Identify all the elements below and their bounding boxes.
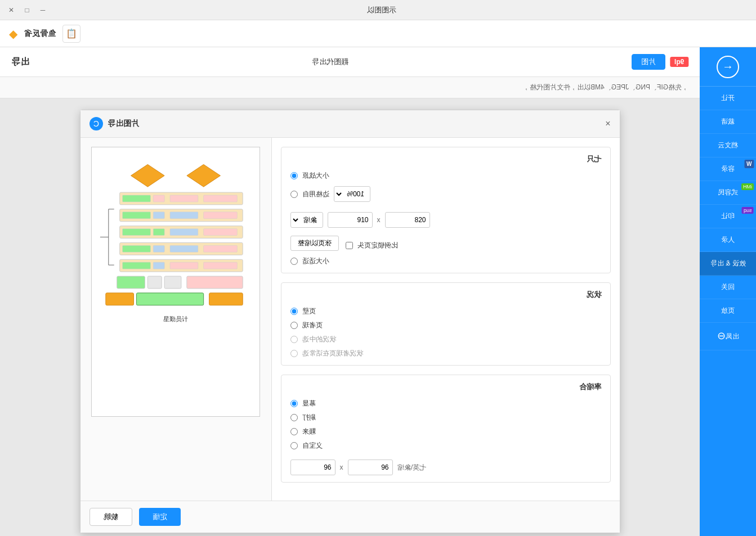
dpi-retina-option[interactable]: 颗来 bbox=[290, 427, 316, 436]
main-layout: 出导 颧图代出导 片图 9ql ，先格GIF、PNG、JPEG、4MB以出，件文… bbox=[0, 47, 756, 536]
print-badge: suq bbox=[742, 207, 754, 214]
svg-rect-6 bbox=[123, 195, 151, 202]
message-button[interactable]: 📋 bbox=[62, 25, 80, 43]
page-current-option[interactable]: 页者现 bbox=[290, 321, 601, 330]
export-title: 出导 bbox=[11, 56, 29, 68]
fit-page-button[interactable]: 张页以缩整 bbox=[290, 236, 339, 251]
zoom-dropdown[interactable]: 100% bbox=[334, 186, 370, 202]
sidebar-item-embed[interactable]: 人录 bbox=[700, 228, 756, 252]
confirm-button[interactable]: 定缅 bbox=[139, 508, 181, 526]
window-controls[interactable]: ✕ □ ─ bbox=[7, 6, 47, 15]
svg-rect-10 bbox=[153, 212, 164, 219]
svg-rect-15 bbox=[153, 229, 164, 236]
word-icon: W bbox=[744, 160, 754, 168]
refresh-button[interactable]: C bbox=[90, 117, 103, 130]
maximize-button[interactable]: □ bbox=[23, 6, 32, 15]
size-section-title: 七只 bbox=[290, 154, 601, 164]
svg-rect-9 bbox=[170, 212, 198, 219]
tab-pdf-badge[interactable]: 9ql bbox=[670, 57, 688, 67]
size-inputs: 象缩 x bbox=[290, 212, 601, 228]
dialog-body: 星勤员计 七只 小大 bbox=[80, 138, 620, 501]
svg-marker-1 bbox=[131, 164, 165, 187]
dpi-section: 率缩合 幕显 刷打 bbox=[281, 375, 611, 483]
close-button[interactable]: ✕ bbox=[7, 6, 16, 15]
lock-ratio-option[interactable]: 比例锁定页头 bbox=[346, 241, 398, 250]
sidebar-item-feedback[interactable]: 回关 bbox=[700, 276, 756, 299]
dpi-width-input[interactable] bbox=[290, 460, 335, 475]
dpi-screen-option[interactable]: 幕显 bbox=[290, 399, 601, 408]
svg-rect-23 bbox=[204, 262, 238, 269]
svg-rect-4 bbox=[170, 195, 198, 202]
svg-rect-29 bbox=[147, 276, 162, 289]
app-header: ◆ 鱼骨反省 📋 bbox=[0, 20, 756, 47]
window-title: 示图图以 bbox=[47, 5, 715, 15]
svg-rect-30 bbox=[117, 276, 145, 289]
svg-rect-8 bbox=[204, 212, 238, 219]
sidebar-item-exit[interactable]: ⊖ 出凤 bbox=[700, 323, 756, 350]
sidebar-item-cloud[interactable]: 档文云 bbox=[700, 134, 756, 157]
message-icon: 📋 bbox=[66, 28, 77, 39]
scale-select[interactable]: 象缩 bbox=[290, 212, 323, 228]
dpi-height-input[interactable] bbox=[348, 460, 393, 475]
page-section-title: 状况 bbox=[290, 290, 601, 300]
svg-rect-21 bbox=[123, 245, 151, 252]
svg-rect-20 bbox=[153, 245, 164, 252]
svg-rect-11 bbox=[123, 212, 151, 219]
next-arrow-icon: → bbox=[717, 56, 739, 78]
mindmap-badge: iMH bbox=[741, 183, 754, 190]
page-section: 状况 页壁 页者现 bbox=[281, 282, 611, 366]
app-logo-icon: ◆ bbox=[9, 27, 17, 40]
sidebar-item-print[interactable]: suq 印让 bbox=[700, 205, 756, 228]
close-icon[interactable]: × bbox=[605, 119, 610, 129]
svg-rect-19 bbox=[170, 245, 198, 252]
preview-area: 星勤员计 bbox=[80, 138, 272, 501]
diagram-preview-svg: 星勤员计 bbox=[92, 147, 260, 416]
minimize-button[interactable]: ─ bbox=[38, 6, 47, 15]
settings-area: 七只 小大战原 bbox=[272, 138, 620, 501]
width-input[interactable] bbox=[328, 212, 373, 228]
export-subtitle: 颧图代出导 bbox=[312, 57, 348, 67]
svg-rect-26 bbox=[123, 262, 151, 269]
sidebar-item-pages[interactable]: 页放 bbox=[700, 299, 756, 323]
sidebar-item-export[interactable]: 效设 & 出导 bbox=[700, 252, 756, 276]
sidebar-item-open[interactable]: 开让 bbox=[700, 87, 756, 110]
sidebar-item-mindmap[interactable]: iMH 式容民 bbox=[700, 181, 756, 205]
sidebar-top-button[interactable]: → bbox=[700, 47, 756, 87]
svg-rect-28 bbox=[164, 276, 181, 289]
actual-size-option[interactable]: 小大战原 bbox=[290, 171, 601, 181]
export-header: 出导 颧图代出导 片图 9ql bbox=[0, 47, 700, 77]
export-description: ，先格GIF、PNG、JPEG、4MB以出，件文片图代格， bbox=[0, 77, 700, 98]
export-dialog: 片图出导 C × bbox=[80, 110, 620, 533]
svg-text:星勤员计: 星勤员计 bbox=[163, 316, 188, 322]
dpi-print-option[interactable]: 刷打 bbox=[290, 413, 601, 422]
sidebar-item-word[interactable]: W 容录 bbox=[700, 157, 756, 181]
svg-rect-32 bbox=[136, 293, 203, 305]
svg-rect-33 bbox=[106, 293, 134, 305]
svg-rect-3 bbox=[204, 195, 238, 202]
tab-image[interactable]: 片图 bbox=[632, 54, 665, 70]
svg-rect-31 bbox=[209, 293, 243, 305]
sidebar-item-download[interactable]: 裁请 bbox=[700, 110, 756, 134]
custom-size-option[interactable]: 边格用自 bbox=[290, 190, 329, 199]
right-sidebar: → 开让 裁请 档文云 W 容录 iMH 式容民 suq 印让 人录 效设 & … bbox=[700, 47, 756, 536]
svg-rect-5 bbox=[153, 195, 164, 202]
svg-rect-14 bbox=[170, 229, 198, 236]
cancel-button[interactable]: 貌眺 bbox=[90, 508, 132, 526]
page-all-option[interactable]: 页壁 bbox=[290, 307, 601, 316]
titlebar: ✕ □ ─ 示图图以 bbox=[0, 0, 756, 20]
dialog-title: 片图出导 C bbox=[90, 117, 139, 130]
dpi-options: 幕显 刷打 颗来 bbox=[290, 399, 601, 475]
export-tabs: 片图 9ql bbox=[632, 54, 688, 70]
height-input[interactable] bbox=[385, 212, 430, 228]
dialog-header: 片图出导 C × bbox=[80, 110, 620, 138]
dpi-custom-option[interactable]: 义宝自 bbox=[290, 441, 323, 451]
fit-size-option[interactable]: 小大适适 bbox=[290, 256, 601, 266]
svg-rect-16 bbox=[123, 229, 151, 236]
svg-rect-18 bbox=[204, 245, 238, 252]
page-selected-option[interactable]: 状况的中选 bbox=[290, 335, 601, 344]
dpi-inputs: x 七英\象缩 bbox=[290, 460, 601, 475]
page-containing-option[interactable]: 状况者现页在话常选 bbox=[290, 349, 601, 358]
svg-rect-27 bbox=[187, 276, 243, 289]
center-content: 出导 颧图代出导 片图 9ql ，先格GIF、PNG、JPEG、4MB以出，件文… bbox=[0, 47, 700, 536]
page-options: 页壁 页者现 状况的中选 bbox=[290, 307, 601, 358]
